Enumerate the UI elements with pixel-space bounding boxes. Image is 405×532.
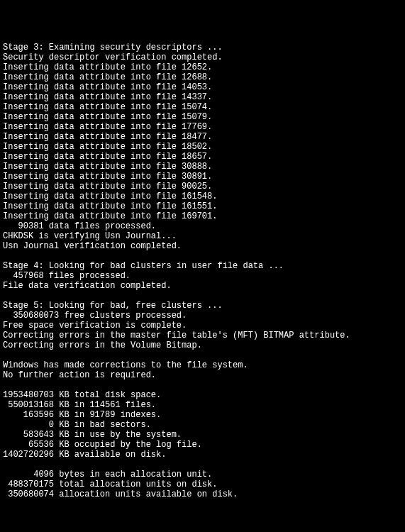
- console-line: Correcting errors in the master file tab…: [3, 331, 402, 340]
- console-line: [3, 460, 402, 470]
- console-line: Stage 3: Examining security descriptors …: [3, 43, 402, 52]
- console-line: [3, 251, 402, 261]
- console-line: 457968 files processed.: [3, 271, 402, 281]
- console-line: 4096 bytes in each allocation unit.: [3, 470, 402, 480]
- console-line: 0 KB in bad sectors.: [3, 420, 402, 430]
- console-line: [3, 291, 402, 301]
- console-output: Stage 3: Examining security descriptors …: [3, 43, 402, 499]
- console-line: Inserting data attribute into file 16155…: [3, 201, 402, 211]
- console-line: Inserting data attribute into file 18502…: [3, 142, 402, 152]
- console-line: Inserting data attribute into file 12688…: [3, 72, 402, 82]
- console-line: Stage 4: Looking for bad clusters in use…: [3, 261, 402, 271]
- console-line: Free space verification is complete.: [3, 321, 402, 331]
- console-line: Inserting data attribute into file 14337…: [3, 92, 402, 102]
- console-line: Inserting data attribute into file 17769…: [3, 122, 402, 132]
- console-line: Inserting data attribute into file 30888…: [3, 162, 402, 172]
- console-line: 350680074 allocation units available on …: [3, 489, 402, 499]
- console-line: Security descriptor verification complet…: [3, 52, 402, 62]
- console-line: Inserting data attribute into file 16970…: [3, 211, 402, 221]
- console-line: Inserting data attribute into file 30891…: [3, 172, 402, 182]
- console-line: Windows has made corrections to the file…: [3, 360, 402, 370]
- console-line: 1402720296 KB available on disk.: [3, 450, 402, 460]
- console-line: 583643 KB in use by the system.: [3, 430, 402, 440]
- console-line: Inserting data attribute into file 18477…: [3, 132, 402, 142]
- console-line: [3, 350, 402, 360]
- console-line: Inserting data attribute into file 15074…: [3, 102, 402, 112]
- console-line: Inserting data attribute into file 15079…: [3, 112, 402, 122]
- console-line: Inserting data attribute into file 18657…: [3, 152, 402, 162]
- console-line: [3, 380, 402, 390]
- console-line: 550013168 KB in 114561 files.: [3, 400, 402, 410]
- console-line: No further action is required.: [3, 370, 402, 380]
- console-line: Correcting errors in the Volume Bitmap.: [3, 340, 402, 350]
- console-line: File data verification completed.: [3, 281, 402, 291]
- console-line: Inserting data attribute into file 12652…: [3, 62, 402, 72]
- console-line: CHKDSK is verifying Usn Journal...: [3, 231, 402, 241]
- console-line: 350680073 free clusters processed.: [3, 311, 402, 321]
- console-line: Inserting data attribute into file 14053…: [3, 82, 402, 92]
- console-line: Stage 5: Looking for bad, free clusters …: [3, 301, 402, 311]
- console-line: 65536 KB occupied by the log file.: [3, 440, 402, 450]
- console-line: Inserting data attribute into file 90025…: [3, 182, 402, 192]
- console-line: 163596 KB in 91789 indexes.: [3, 410, 402, 420]
- console-line: 488370175 total allocation units on disk…: [3, 480, 402, 489]
- console-line: Usn Journal verification completed.: [3, 241, 402, 251]
- console-line: Inserting data attribute into file 16154…: [3, 192, 402, 201]
- console-line: 1953480703 KB total disk space.: [3, 390, 402, 400]
- console-line: 90381 data files processed.: [3, 221, 402, 231]
